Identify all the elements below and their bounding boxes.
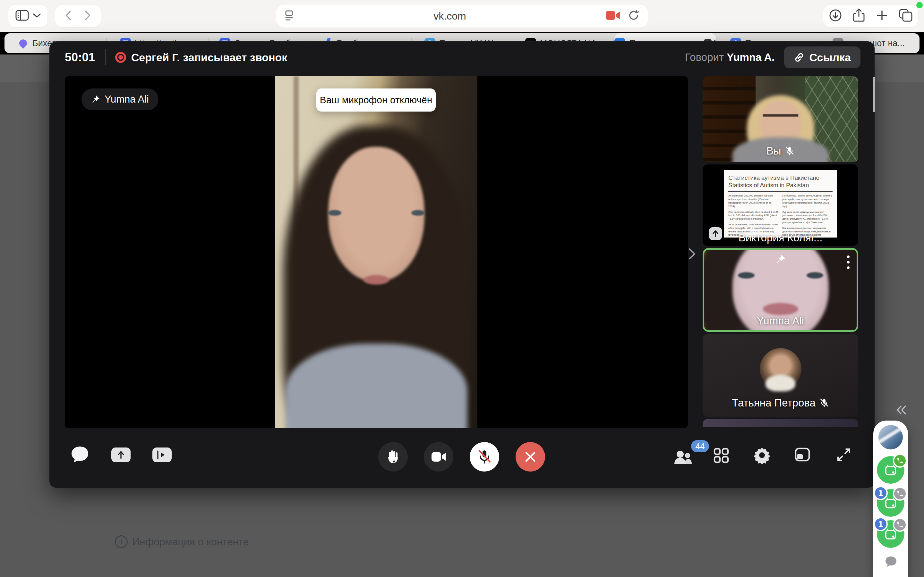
participants-count-badge: 44 bbox=[691, 440, 709, 452]
recording-icon bbox=[115, 52, 126, 63]
participant-tile-partial[interactable] bbox=[703, 419, 858, 427]
phone-badge-icon bbox=[893, 518, 907, 532]
call-timer: 50:01 bbox=[65, 51, 95, 64]
url-text: vk.com bbox=[294, 10, 605, 22]
drop-icon bbox=[18, 38, 29, 49]
main-stage: Yumna Ali Ваш микрофон отключён bbox=[65, 76, 688, 428]
phone-badge-icon bbox=[893, 454, 907, 468]
slide-column-en: An estimated 350,000 children live with … bbox=[728, 194, 779, 237]
pin-icon bbox=[91, 95, 100, 104]
downloads-icon[interactable] bbox=[825, 8, 845, 24]
tab-overview-icon[interactable] bbox=[895, 8, 916, 24]
pinned-name-chip[interactable]: Yumna Ali bbox=[81, 89, 158, 110]
browser-toolbar: vk.com bbox=[0, 0, 924, 32]
scheduled-call-item-3[interactable]: 1 bbox=[877, 520, 905, 548]
call-window: 50:01 Сергей Г. записывает звонок Говори… bbox=[49, 41, 875, 488]
nav-divider bbox=[78, 10, 78, 23]
grid-view-button[interactable] bbox=[713, 447, 730, 464]
recording-text: Сергей Г. записывает звонок bbox=[131, 51, 288, 64]
chevron-down-icon bbox=[33, 13, 41, 19]
pinned-participant-video[interactable] bbox=[275, 76, 477, 428]
nav-buttons bbox=[55, 5, 101, 27]
camera-active-icon[interactable] bbox=[605, 10, 621, 22]
scheduled-call-item-2[interactable]: 1 bbox=[877, 489, 905, 517]
mic-muted-button[interactable] bbox=[470, 442, 499, 472]
mic-off-icon bbox=[785, 146, 795, 156]
svg-text:♥: ♥ bbox=[393, 459, 396, 464]
mic-muted-tooltip: Ваш микрофон отключён bbox=[317, 89, 436, 111]
screen-recording-indicator bbox=[916, 2, 923, 8]
new-tab-icon[interactable] bbox=[873, 9, 891, 23]
double-chevron-left-icon[interactable] bbox=[895, 405, 908, 417]
scheduled-call-item-1[interactable] bbox=[877, 456, 905, 484]
website-settings-icon[interactable] bbox=[284, 9, 294, 23]
participant-tile-muted[interactable]: Татьяна Петрова bbox=[703, 334, 858, 417]
shared-slide: Статистика аутизма в Пакистане-Statistic… bbox=[724, 170, 837, 237]
back-button[interactable] bbox=[65, 10, 72, 22]
call-header: 50:01 Сергей Г. записывает звонок Говори… bbox=[49, 41, 875, 73]
share-icon[interactable] bbox=[850, 8, 868, 24]
mic-off-icon bbox=[819, 398, 829, 408]
calls-floating-panel: 1 1 bbox=[873, 421, 908, 577]
chat-button[interactable] bbox=[70, 445, 90, 464]
participant-name: Виктория Коляг... bbox=[703, 232, 858, 244]
speaking-status: Говорит Yumna A. bbox=[685, 51, 775, 63]
slide-column-ru: По оценкам, около 350 000 детей живут с … bbox=[782, 194, 833, 237]
end-call-button[interactable] bbox=[515, 442, 545, 472]
participant-name: Yumna Ali bbox=[704, 315, 857, 327]
pip-button[interactable] bbox=[795, 447, 811, 462]
chat-bubble-icon[interactable] bbox=[884, 555, 898, 569]
settings-button[interactable] bbox=[753, 446, 771, 464]
window-buttons bbox=[823, 5, 918, 27]
sidebar-toggle-button[interactable] bbox=[8, 5, 47, 27]
sidebar-scrollbar[interactable] bbox=[873, 77, 875, 112]
participant-tile-speaking[interactable]: Yumna Ali bbox=[703, 248, 858, 332]
chevron-right-icon[interactable] bbox=[686, 247, 697, 263]
media-button[interactable] bbox=[152, 448, 172, 462]
pin-icon bbox=[775, 254, 786, 266]
divider bbox=[105, 49, 105, 65]
link-icon bbox=[794, 52, 804, 63]
airplane-avatar[interactable] bbox=[879, 425, 903, 450]
participants-sidebar: Вы Статистика аутизма в Пакистане-Statis… bbox=[703, 76, 858, 428]
reload-icon[interactable] bbox=[628, 9, 640, 23]
participant-name: Вы bbox=[703, 145, 858, 157]
participants-button[interactable] bbox=[672, 447, 694, 466]
count-badge: 1 bbox=[874, 486, 888, 500]
fullscreen-button[interactable] bbox=[836, 447, 851, 463]
copy-link-button[interactable]: Ссылка bbox=[784, 47, 861, 68]
participant-tile-you[interactable]: Вы bbox=[703, 76, 858, 162]
camera-button[interactable] bbox=[424, 442, 453, 472]
participant-name: Татьяна Петрова bbox=[703, 397, 858, 409]
screen-share-button[interactable] bbox=[111, 448, 131, 462]
address-bar[interactable]: vk.com bbox=[276, 5, 648, 27]
count-badge: 1 bbox=[874, 517, 888, 531]
sidebar-icon bbox=[15, 9, 29, 23]
avatar bbox=[760, 348, 801, 390]
more-options-icon[interactable] bbox=[847, 255, 850, 269]
screen-share-tile[interactable]: Статистика аутизма в Пакистане-Statistic… bbox=[703, 164, 858, 246]
raise-hand-button[interactable]: ♥ bbox=[378, 442, 408, 472]
phone-badge-icon bbox=[893, 487, 907, 501]
forward-button[interactable] bbox=[84, 10, 91, 22]
